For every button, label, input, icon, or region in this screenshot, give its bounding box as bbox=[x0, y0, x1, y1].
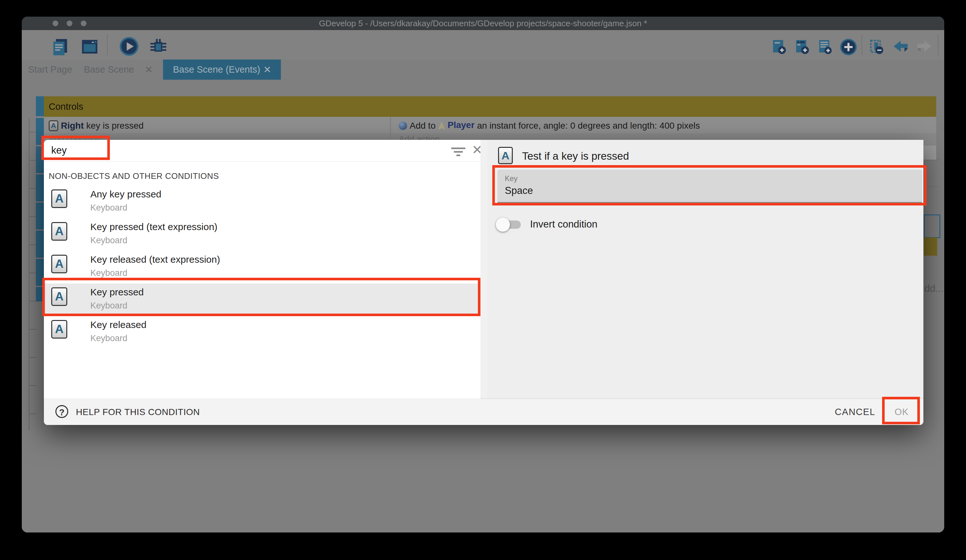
tab-base-scene[interactable]: Base Scene bbox=[84, 59, 134, 80]
selected-cell-outline bbox=[924, 215, 940, 238]
search-events-icon[interactable] bbox=[943, 37, 944, 56]
event-drag-handle[interactable] bbox=[36, 174, 44, 201]
title-bar: GDevelop 5 - /Users/dkarakay/Documents/G… bbox=[22, 16, 944, 30]
action-cell[interactable]: Add to Player an instant force, angle: 0… bbox=[391, 117, 936, 133]
invert-condition-toggle-thumb[interactable] bbox=[496, 218, 510, 232]
tab-base-scene-events-label: Base Scene (Events) bbox=[173, 59, 260, 80]
toolbar-divider bbox=[107, 34, 108, 55]
event-tree-rail bbox=[29, 118, 30, 430]
event-drag-handle[interactable] bbox=[36, 231, 44, 258]
filter-icon[interactable] bbox=[451, 147, 465, 158]
annotation-box-search bbox=[41, 136, 110, 160]
tab-base-scene-events-close-icon[interactable]: ✕ bbox=[263, 59, 271, 80]
help-icon[interactable]: ? bbox=[56, 405, 68, 418]
tab-bar: Start Page Base Scene ✕ Base Scene (Even… bbox=[22, 59, 944, 80]
debug-icon[interactable] bbox=[147, 36, 168, 57]
keyboard-icon: A bbox=[51, 255, 67, 273]
condition-item-any-key[interactable]: A Any key pressed Keyboard bbox=[44, 186, 480, 218]
redo-icon[interactable] bbox=[915, 38, 934, 56]
add-event-icon[interactable] bbox=[770, 38, 789, 56]
annotation-box-ok-button bbox=[882, 397, 920, 424]
undo-icon[interactable] bbox=[891, 38, 910, 56]
play-preview-icon[interactable] bbox=[118, 35, 140, 57]
row-border bbox=[924, 160, 939, 160]
delete-event-icon[interactable] bbox=[867, 38, 886, 56]
add-comment-icon[interactable] bbox=[816, 38, 835, 56]
annotation-box-key-field bbox=[492, 165, 927, 205]
cancel-button[interactable]: CANCEL bbox=[835, 399, 876, 425]
window-title: GDevelop 5 - /Users/dkarakay/Documents/G… bbox=[22, 16, 944, 30]
add-special-event-icon[interactable] bbox=[838, 37, 858, 57]
conditions-section-header: NON-OBJECTS AND OTHER CONDITIONS bbox=[49, 171, 219, 181]
condition-title: Test if a key is pressed bbox=[522, 150, 629, 162]
condition-item-key-pressed-expr[interactable]: A Key pressed (text expression) Keyboard bbox=[44, 218, 480, 251]
keyboard-condition-icon: A bbox=[49, 120, 58, 131]
tab-start-page[interactable]: Start Page bbox=[28, 59, 72, 80]
keyboard-icon: A bbox=[498, 147, 513, 164]
event-drag-handle[interactable] bbox=[36, 96, 44, 116]
tab-base-scene-close-icon[interactable]: ✕ bbox=[145, 59, 153, 80]
scene-editor-icon[interactable] bbox=[79, 36, 100, 57]
project-manager-icon[interactable] bbox=[50, 36, 71, 57]
condition-cell[interactable]: ARight key is pressed bbox=[44, 117, 390, 133]
keyboard-icon: A bbox=[51, 222, 67, 241]
group-row-sliver bbox=[924, 237, 937, 256]
clipped-add-text: dd... bbox=[924, 283, 944, 295]
toolbar-divider bbox=[938, 34, 938, 55]
event-group-label: Controls bbox=[49, 96, 936, 117]
screenshot-root: GDevelop 5 - /Users/dkarakay/Documents/G… bbox=[0, 0, 966, 560]
tab-base-scene-events[interactable]: Base Scene (Events) ✕ bbox=[163, 59, 281, 80]
event-drag-handle[interactable] bbox=[36, 203, 44, 229]
dialog-footer: ? HELP FOR THIS CONDITION CANCEL OK bbox=[44, 399, 923, 425]
keyboard-icon: A bbox=[51, 190, 67, 208]
annotation-box-key-pressed-item bbox=[42, 278, 480, 316]
keyboard-icon: A bbox=[51, 320, 67, 339]
force-action-icon bbox=[399, 121, 407, 130]
event-group-controls[interactable]: Controls bbox=[44, 96, 936, 117]
player-object-icon bbox=[438, 121, 445, 130]
main-toolbar bbox=[22, 30, 944, 59]
condition-item-key-released[interactable]: A Key released Keyboard bbox=[44, 316, 480, 349]
help-link[interactable]: HELP FOR THIS CONDITION bbox=[76, 399, 200, 425]
add-subevent-icon[interactable] bbox=[793, 38, 812, 56]
list-scrollbar[interactable] bbox=[480, 140, 488, 399]
invert-condition-label: Invert condition bbox=[530, 219, 597, 230]
divider bbox=[44, 161, 480, 162]
toolbar-divider bbox=[862, 34, 862, 55]
